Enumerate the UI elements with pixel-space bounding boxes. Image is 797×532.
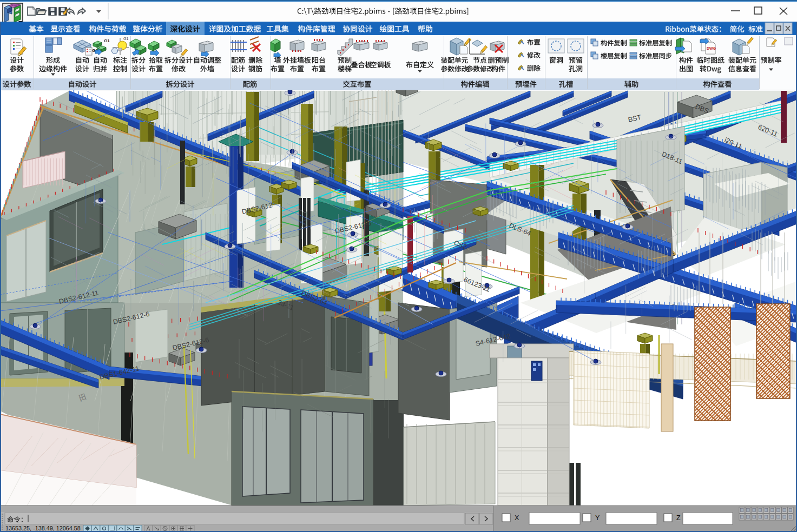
svg-text:DWG: DWG	[707, 46, 716, 50]
svg-text:13653.25, -138.49, 12064.58: 13653.25, -138.49, 12064.58	[5, 525, 81, 531]
svg-text:Z: Z	[676, 514, 681, 522]
svg-text:G1: G1	[123, 37, 128, 41]
svg-text:X: X	[515, 514, 519, 522]
svg-text:G1: G1	[104, 38, 110, 43]
svg-text:Y: Y	[595, 514, 600, 522]
